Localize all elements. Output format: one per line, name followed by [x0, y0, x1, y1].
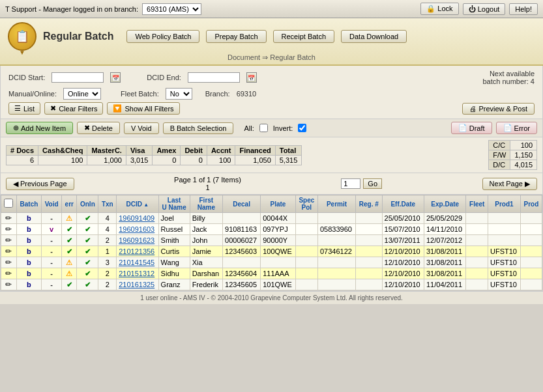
cell-permit: [317, 279, 355, 290]
help-button[interactable]: Help!: [509, 3, 538, 15]
cell-last-name: Sidhu: [158, 268, 190, 279]
row-edit-icon[interactable]: ✏: [5, 258, 12, 267]
go-input[interactable]: [341, 178, 360, 189]
cell-dcid[interactable]: 210161325: [117, 279, 158, 290]
cell-ctrl: ✏: [1, 246, 17, 257]
filter-row-1: DCID Start: 📅 DCID End: 📅 Next available…: [8, 70, 535, 85]
col-accnt: Accnt: [207, 145, 235, 155]
cell-last-name: Granz: [158, 279, 190, 290]
delete-button[interactable]: ✖ Delete: [77, 122, 120, 134]
list-button[interactable]: ☰ List: [8, 102, 40, 115]
clear-filters-button[interactable]: ✖ Clear Filters: [44, 102, 103, 115]
cell-eff-date: 12/10/2010: [382, 257, 424, 268]
col-err[interactable]: err: [62, 195, 77, 213]
row-edit-icon[interactable]: ✏: [5, 280, 12, 289]
col-plate[interactable]: Plate: [261, 195, 296, 213]
col-last-name[interactable]: LastU Name: [158, 195, 190, 213]
cell-dcid[interactable]: 196091409: [117, 213, 158, 224]
col-eff-date[interactable]: Eff.Date: [382, 195, 424, 213]
header-row1: 📋 ▼ Regular Batch Web Policy Batch Prepa…: [8, 22, 535, 51]
branch-select[interactable]: 69310 (AMS): [142, 3, 201, 15]
logout-button[interactable]: ⏻ Logout: [463, 3, 506, 15]
cell-dcid[interactable]: 196091603: [117, 224, 158, 235]
cell-reg: [356, 235, 383, 246]
cell-first-name: Frederik: [190, 279, 222, 290]
manual-online-select[interactable]: Online: [63, 88, 101, 100]
lock-button[interactable]: 🔒 Lock: [420, 3, 458, 15]
col-fleet[interactable]: Fleet: [466, 195, 488, 213]
cell-reg: [356, 279, 383, 290]
cell-spec-pol: [295, 279, 317, 290]
dcid-start-cal-icon[interactable]: 📅: [110, 72, 121, 83]
all-invert-area: All: Invert:: [244, 124, 306, 132]
row-edit-icon[interactable]: ✏: [5, 236, 12, 245]
dcid-end-input[interactable]: [188, 72, 240, 83]
delete-icon: ✖: [84, 124, 90, 132]
invert-label: Invert:: [273, 124, 293, 132]
select-all-checkbox[interactable]: [4, 199, 13, 208]
summary-area: # Docs Cash&Cheq MasterC. Visa Amex Debi…: [0, 137, 543, 173]
fleet-batch-select[interactable]: No: [166, 88, 192, 100]
cell-plate: [261, 257, 296, 268]
clear-icon: ✖: [50, 104, 56, 113]
logo-wrap: 📋 ▼: [8, 22, 37, 51]
col-first-name[interactable]: FirstName: [190, 195, 222, 213]
row-edit-icon[interactable]: ✏: [5, 269, 12, 278]
cell-spec-pol: [295, 268, 317, 279]
row-edit-icon[interactable]: ✏: [5, 247, 12, 256]
cell-txn: 3: [98, 257, 117, 268]
col-permit[interactable]: Permit: [317, 195, 355, 213]
col-prod[interactable]: Prod: [520, 195, 542, 213]
cell-ctrl: ✏: [1, 268, 17, 279]
preview-post-button[interactable]: 🖨 Preview & Post: [462, 103, 535, 115]
cell-reg: [356, 268, 383, 279]
cell-dcid[interactable]: 210151312: [117, 268, 158, 279]
cell-plate: 90000Y: [261, 235, 296, 246]
col-onln[interactable]: Onln: [77, 195, 98, 213]
col-spec-pol[interactable]: SpecPol: [295, 195, 317, 213]
all-checkbox[interactable]: [259, 124, 268, 132]
cell-onln: ✔: [77, 279, 98, 290]
col-void[interactable]: Void: [42, 195, 62, 213]
void-button[interactable]: V Void: [124, 122, 159, 134]
cell-plate: 00044X: [261, 213, 296, 224]
web-policy-batch-button[interactable]: Web Policy Batch: [126, 30, 199, 43]
row-edit-icon[interactable]: ✏: [5, 225, 12, 234]
data-table: Batch Void err Onln Txn DCID LastU Name …: [1, 195, 542, 290]
fleet-batch-label: Fleet Batch:: [121, 90, 159, 98]
add-new-item-button[interactable]: ⊕ Add New Item: [6, 122, 73, 134]
cell-onln: ✔: [77, 268, 98, 279]
dcid-start-input[interactable]: [51, 72, 104, 83]
col-prod1[interactable]: Prod1: [488, 195, 521, 213]
data-download-button[interactable]: Data Download: [341, 30, 407, 43]
cell-err: ✔: [62, 224, 77, 235]
draft-button[interactable]: 📄 Draft: [451, 122, 492, 134]
col-reg[interactable]: Reg. #: [356, 195, 383, 213]
header-area: 📋 ▼ Regular Batch Web Policy Batch Prepa…: [0, 18, 543, 66]
invert-checkbox[interactable]: [298, 124, 306, 132]
cell-prod: [520, 213, 542, 224]
cell-dcid[interactable]: 196091623: [117, 235, 158, 246]
go-button[interactable]: Go: [363, 178, 382, 189]
prepay-batch-button[interactable]: Prepay Batch: [206, 30, 266, 43]
show-all-filters-button[interactable]: 🔽 Show All Filters: [107, 102, 179, 115]
col-exp-date[interactable]: Exp.Date: [424, 195, 466, 213]
col-batch[interactable]: Batch: [16, 195, 41, 213]
col-decal[interactable]: Decal: [223, 195, 261, 213]
batch-selection-button[interactable]: B Batch Selection: [163, 122, 234, 134]
error-button[interactable]: 📄 Error: [496, 122, 537, 134]
cell-dcid[interactable]: 210121356: [117, 246, 158, 257]
next-page-button[interactable]: Next Page ▶: [482, 178, 537, 190]
col-dcid[interactable]: DCID: [117, 195, 158, 213]
cell-txn: 2: [98, 268, 117, 279]
dcid-end-cal-icon[interactable]: 📅: [246, 72, 257, 83]
cell-last-name: Russel: [158, 224, 190, 235]
cell-void: v: [42, 224, 62, 235]
cell-dcid[interactable]: 210141545: [117, 257, 158, 268]
row-edit-icon[interactable]: ✏: [5, 214, 12, 223]
cell-permit: 07346122: [317, 246, 355, 257]
prev-page-button[interactable]: ◀ Previous Page: [6, 178, 74, 190]
receipt-batch-button[interactable]: Receipt Batch: [273, 30, 334, 43]
col-txn[interactable]: Txn: [98, 195, 117, 213]
cell-void: -: [42, 246, 62, 257]
